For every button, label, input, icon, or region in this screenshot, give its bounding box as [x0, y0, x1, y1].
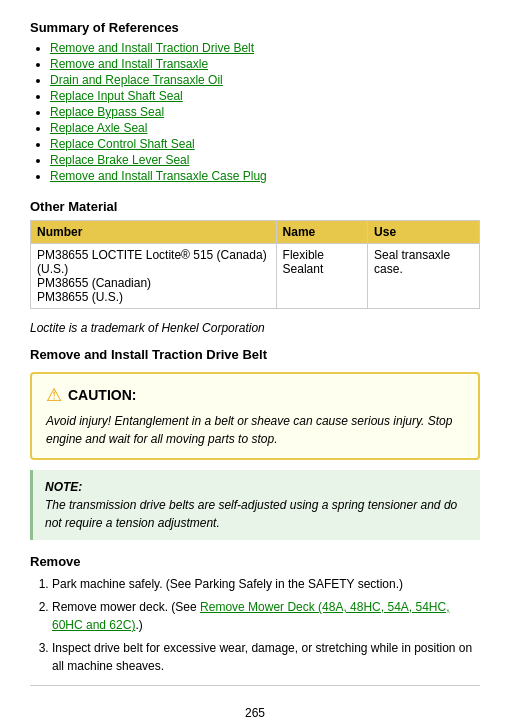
table-header-name: Name — [276, 221, 368, 244]
note-box: NOTE: The transmission drive belts are s… — [30, 470, 480, 540]
caution-header: ⚠ CAUTION: — [46, 384, 464, 406]
step-1-text: Park machine safely. (See Parking Safely… — [52, 577, 403, 591]
page-number: 265 — [30, 706, 480, 720]
caution-box: ⚠ CAUTION: Avoid injury! Entanglement in… — [30, 372, 480, 460]
remove-step-1: Park machine safely. (See Parking Safely… — [52, 575, 480, 593]
table-header-use: Use — [368, 221, 480, 244]
note-body: The transmission drive belts are self-ad… — [45, 498, 457, 530]
summary-link-3[interactable]: Drain and Replace Transaxle Oil — [50, 73, 223, 87]
list-item: Replace Input Shaft Seal — [50, 89, 480, 103]
list-item: Replace Brake Lever Seal — [50, 153, 480, 167]
trademark-text: Loctite is a trademark of Henkel Corpora… — [30, 321, 480, 335]
remove-title: Remove — [30, 554, 480, 569]
list-item: Replace Axle Seal — [50, 121, 480, 135]
mower-deck-link[interactable]: Remove Mower Deck (48A, 48HC, 54A, 54HC,… — [52, 600, 450, 632]
table-header-number: Number — [31, 221, 277, 244]
summary-list: Remove and Install Traction Drive Belt R… — [30, 41, 480, 183]
remove-step-2: Remove mower deck. (See Remove Mower Dec… — [52, 598, 480, 634]
table-cell-use: Seal transaxle case. — [368, 244, 480, 309]
remove-step-3: Inspect drive belt for excessive wear, d… — [52, 639, 480, 675]
table-row: PM38655 LOCTITE Loctite® 515 (Canada) (U… — [31, 244, 480, 309]
summary-section: Summary of References Remove and Install… — [30, 20, 480, 183]
list-item: Replace Bypass Seal — [50, 105, 480, 119]
caution-label: CAUTION: — [68, 387, 136, 403]
summary-link-2[interactable]: Remove and Install Transaxle — [50, 57, 208, 71]
summary-link-9[interactable]: Remove and Install Transaxle Case Plug — [50, 169, 267, 183]
page-divider — [30, 685, 480, 686]
list-item: Remove and Install Transaxle Case Plug — [50, 169, 480, 183]
summary-link-5[interactable]: Replace Bypass Seal — [50, 105, 164, 119]
summary-link-4[interactable]: Replace Input Shaft Seal — [50, 89, 183, 103]
caution-icon: ⚠ — [46, 384, 62, 406]
list-item: Drain and Replace Transaxle Oil — [50, 73, 480, 87]
summary-link-1[interactable]: Remove and Install Traction Drive Belt — [50, 41, 254, 55]
step-3-text: Inspect drive belt for excessive wear, d… — [52, 641, 472, 673]
summary-link-8[interactable]: Replace Brake Lever Seal — [50, 153, 189, 167]
remove-section: Remove Park machine safely. (See Parking… — [30, 554, 480, 675]
material-table: Number Name Use PM38655 LOCTITE Loctite®… — [30, 220, 480, 309]
procedure-title: Remove and Install Traction Drive Belt — [30, 347, 480, 362]
summary-title: Summary of References — [30, 20, 480, 35]
other-material-title: Other Material — [30, 199, 480, 214]
list-item: Remove and Install Transaxle — [50, 57, 480, 71]
caution-body: Avoid injury! Entanglement in a belt or … — [46, 412, 464, 448]
summary-link-6[interactable]: Replace Axle Seal — [50, 121, 147, 135]
table-cell-name: Flexible Sealant — [276, 244, 368, 309]
remove-steps-list: Park machine safely. (See Parking Safely… — [30, 575, 480, 675]
summary-link-7[interactable]: Replace Control Shaft Seal — [50, 137, 195, 151]
list-item: Remove and Install Traction Drive Belt — [50, 41, 480, 55]
other-material-section: Other Material Number Name Use PM38655 L… — [30, 199, 480, 309]
list-item: Replace Control Shaft Seal — [50, 137, 480, 151]
table-cell-number: PM38655 LOCTITE Loctite® 515 (Canada) (U… — [31, 244, 277, 309]
note-label: NOTE: — [45, 480, 82, 494]
